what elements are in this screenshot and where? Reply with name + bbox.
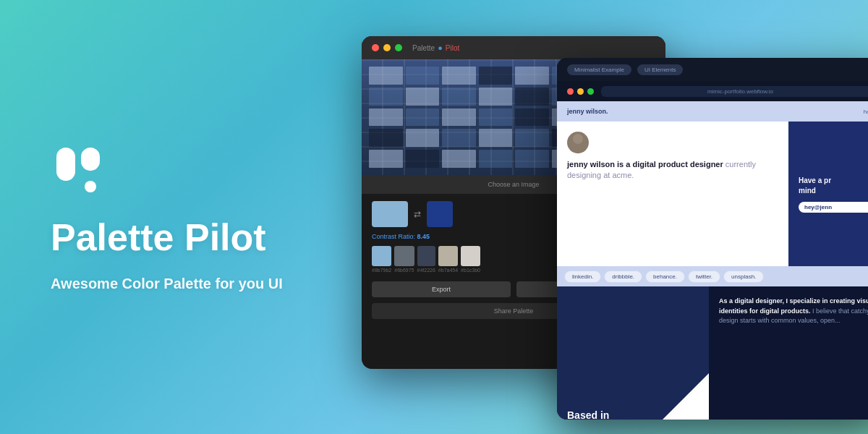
traffic-light-yellow[interactable] [383,44,391,51]
hero-designer-name: jenny wilson is a digital product design… [567,160,723,169]
traffic-light-red[interactable] [372,44,379,51]
svg-point-3 [573,134,583,144]
portfolio-window: Minimalist Example UI Elements mimic-por… [557,58,868,420]
building-window [442,67,476,85]
diagonal-decoration [651,373,709,420]
building-window [406,150,440,168]
traffic-light-green[interactable] [395,44,402,51]
palette-swatch-4[interactable]: #b7a454 [438,246,458,273]
svg-rect-0 [56,148,75,181]
app-logo-icon [51,142,109,200]
logo-container [51,142,304,200]
portfolio-browser-bar: mimic-portfolio.webflow.io [557,81,868,101]
hero-cta-text: Have a prmind [799,176,868,196]
palette-swatch-5[interactable]: #b1c3b0 [461,246,480,273]
building-window [479,88,513,106]
hero-section: jenny wilson is a digital product design… [557,122,868,266]
designer-avatar [567,132,589,153]
social-linkedin[interactable]: linkedin. [564,271,601,283]
building-window [369,88,403,106]
portfolio-nav-buttons: Minimalist Example UI Elements [567,64,683,75]
portfolio-tl-red[interactable] [567,88,574,95]
building-window [442,150,476,168]
portfolio-traffic-lights [567,88,594,95]
portfolio-nav-bar: jenny wilson. home. [557,101,868,122]
secondary-color-swatch[interactable] [427,201,453,227]
ui-elements-nav[interactable]: UI Elements [637,64,684,75]
window-title-pilot: Pilot [446,44,459,52]
app-preview-wrapper: Palette ● Pilot [362,36,868,420]
bottom-section: Based in As a digital designer, I specia… [557,286,868,420]
about-text: As a digital designer, I specialize in c… [719,297,868,326]
portfolio-nav-name: jenny wilson. [567,108,864,115]
email-display[interactable]: hey@jenn [799,202,868,213]
building-window [369,150,403,168]
contrast-ratio-value: 8.45 [417,233,430,240]
minimalist-example-nav[interactable]: Minimalist Example [567,64,631,75]
building-window [406,129,440,147]
swap-icon[interactable]: ⇄ [414,209,421,219]
building-window [479,109,513,127]
building-window [479,67,513,85]
building-window [515,150,549,168]
window-title: Palette ● Pilot [412,43,459,52]
left-section: Palette Pilot Awesome Color Palette for … [0,98,347,336]
hero-left: jenny wilson is a digital product design… [557,122,788,266]
hero-right: Have a prmind hey@jenn [788,122,868,266]
bottom-left-blue: Based in [557,286,709,420]
building-window [406,109,440,127]
building-window [515,129,549,147]
social-unsplash[interactable]: unsplash. [723,271,764,283]
portfolio-nav-links: home. [864,109,868,115]
export-button[interactable]: Export [372,281,511,297]
building-window [515,88,549,106]
choose-image-label: Choose an Image [488,181,539,188]
portfolio-nav-home[interactable]: home. [864,109,868,115]
building-window [369,67,403,85]
building-window [442,109,476,127]
svg-rect-1 [81,148,100,171]
palette-swatch-3[interactable]: #4f2226 [417,246,435,273]
palette-swatch-2[interactable]: #6b6975 [394,246,414,273]
building-window [515,109,549,127]
building-window [442,88,476,106]
social-links-row: linkedin. dribbble. behance. twitter. un… [557,266,868,286]
window-titlebar: Palette ● Pilot [362,36,665,59]
based-in-text: Based in [567,409,609,420]
app-subtitle: Awesome Color Palette for you UI [51,276,304,292]
right-section: Palette ● Pilot [347,0,868,434]
main-container: Palette Pilot Awesome Color Palette for … [0,0,868,434]
building-window [479,150,513,168]
palette-swatch-1[interactable]: #8b79b2 [372,246,391,273]
portfolio-titlebar: Minimalist Example UI Elements [557,58,868,81]
building-window [369,129,403,147]
building-window [406,88,440,106]
social-behance[interactable]: behance. [645,271,685,283]
building-window [406,67,440,85]
portfolio-tl-green[interactable] [587,88,594,95]
bottom-right-about: As a digital designer, I specialize in c… [709,286,868,420]
building-window [515,67,549,85]
social-twitter[interactable]: twitter. [688,271,720,283]
window-title-brand: Palette [412,44,435,52]
building-window [442,129,476,147]
browser-url-bar[interactable]: mimic-portfolio.webflow.io [601,86,868,97]
app-title: Palette Pilot [51,217,304,258]
building-window [479,129,513,147]
contrast-ratio-label: Contrast Ratio: [372,233,415,240]
window-title-accent: ● [438,43,443,52]
hero-text: jenny wilson is a digital product design… [567,159,778,182]
portfolio-tl-yellow[interactable] [577,88,584,95]
svg-point-2 [85,181,96,192]
social-dribbble[interactable]: dribbble. [604,271,642,283]
svg-point-4 [569,145,587,153]
primary-color-swatch[interactable] [372,201,408,227]
building-window [369,109,403,127]
